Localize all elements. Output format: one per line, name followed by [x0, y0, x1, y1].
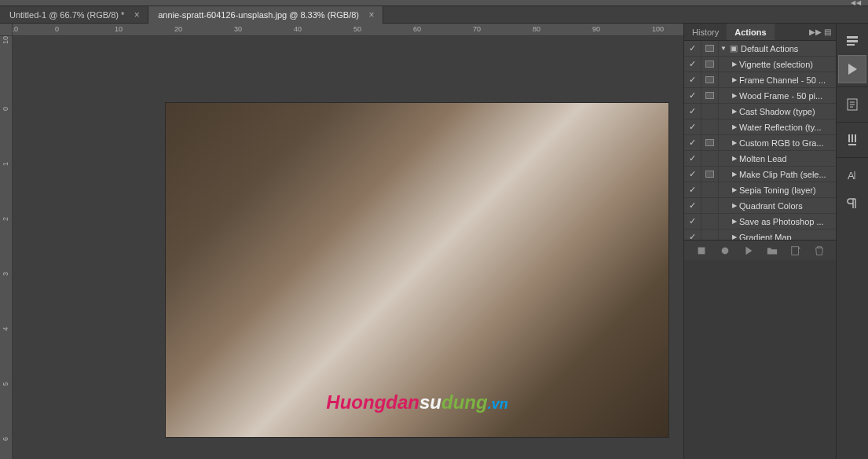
action-label: Gradient Map [739, 233, 833, 241]
panel-tab-bar: History Actions ▶▶ ▤ [684, 24, 836, 41]
toggle-check[interactable]: ✓ [684, 182, 701, 197]
toggle-check[interactable]: ✓ [684, 88, 701, 103]
twisty-down-icon[interactable]: ▼ [719, 45, 728, 52]
toggle-dialog[interactable] [701, 151, 719, 166]
toggle-check[interactable]: ✓ [684, 57, 701, 72]
collapse-grip-icon[interactable]: ◀◀ [851, 0, 862, 6]
toggle-check[interactable]: ✓ [684, 151, 701, 166]
brushes-icon[interactable] [838, 126, 866, 154]
ruler-tick: 10 [2, 36, 9, 44]
toggle-check[interactable]: ✓ [684, 72, 701, 87]
toggle-dialog[interactable] [701, 119, 719, 134]
action-body: ▶Vignette (selection) [719, 60, 836, 69]
action-row[interactable]: ✓▶Gradient Map [684, 230, 836, 240]
document-tab[interactable]: Untitled-1 @ 66.7% (RGB/8) * × [0, 6, 148, 24]
stop-button[interactable] [695, 244, 708, 257]
action-row[interactable]: ✓▶Quadrant Colors [684, 198, 836, 214]
tab-dirty: * [121, 10, 124, 20]
document-tab[interactable]: annie-spratt-604126-unsplash.jpg @ 8.33%… [148, 6, 383, 24]
toggle-dialog[interactable] [701, 57, 719, 72]
toggle-check[interactable]: ✓ [684, 119, 701, 134]
twisty-right-icon[interactable]: ▶ [730, 202, 739, 209]
trash-button[interactable] [813, 244, 826, 257]
play-action-icon[interactable] [838, 55, 866, 83]
twisty-right-icon[interactable]: ▶ [730, 76, 739, 83]
action-row[interactable]: ✓▶Vignette (selection) [684, 57, 836, 72]
action-row[interactable]: ✓▶Cast Shadow (type) [684, 104, 836, 119]
watermark-part: su [419, 391, 441, 413]
watermark: Huongdansudung.vn [326, 391, 507, 413]
toggle-dialog[interactable] [701, 41, 719, 56]
panel-menu-icon[interactable]: ▶▶ ▤ [804, 24, 836, 40]
twisty-right-icon[interactable]: ▶ [730, 218, 739, 225]
twisty-right-icon[interactable]: ▶ [730, 92, 739, 99]
toggle-dialog[interactable] [701, 104, 719, 119]
dialog-icon [705, 76, 714, 83]
action-label: Frame Channel - 50 ... [739, 75, 833, 85]
toggle-dialog[interactable] [701, 182, 719, 197]
toggle-dialog[interactable] [701, 72, 719, 87]
twisty-right-icon[interactable]: ▶ [730, 123, 739, 130]
canvas[interactable]: Huongdansudung.vn [13, 36, 683, 459]
action-row[interactable]: ✓▶Save as Photoshop ... [684, 214, 836, 230]
action-label: Cast Shadow (type) [739, 107, 833, 116]
toggle-dialog[interactable] [701, 230, 719, 240]
action-body: ▶Quadrant Colors [719, 201, 836, 211]
ruler-tick: 6 [2, 437, 9, 441]
canvas-area: -10 0 10 20 30 40 50 60 70 80 90 100 10 … [0, 24, 683, 459]
ruler-tick: 4 [2, 327, 9, 331]
actions-list[interactable]: ✓ ▼ ▣ Default Actions ✓▶Vignette (select… [684, 41, 836, 240]
properties-icon[interactable] [838, 27, 866, 55]
dialog-icon [705, 61, 714, 68]
document-image[interactable]: Huongdansudung.vn [166, 103, 668, 437]
toggle-dialog[interactable] [701, 135, 719, 150]
action-row[interactable]: ✓▶Frame Channel - 50 ... [684, 72, 836, 88]
toggle-dialog[interactable] [701, 198, 719, 213]
toggle-check[interactable]: ✓ [684, 104, 701, 119]
toggle-check[interactable]: ✓ [684, 135, 701, 150]
action-body: ▶Make Clip Path (sele... [719, 170, 836, 179]
action-row[interactable]: ✓▶Water Reflection (ty... [684, 119, 836, 135]
action-row[interactable]: ✓▶Molten Lead [684, 151, 836, 167]
twisty-right-icon[interactable]: ▶ [730, 155, 739, 162]
character-icon[interactable]: A [838, 161, 866, 189]
action-row[interactable]: ✓▶Sepia Toning (layer) [684, 182, 836, 198]
toggle-dialog[interactable] [701, 167, 719, 182]
tab-title: annie-spratt-604126-unsplash.jpg @ 8.33%… [158, 10, 359, 20]
twisty-right-icon[interactable]: ▶ [730, 171, 739, 178]
new-action-button[interactable] [789, 244, 802, 257]
close-icon[interactable]: × [367, 10, 376, 20]
action-row[interactable]: ✓▶Custom RGB to Gra... [684, 135, 836, 151]
toggle-dialog[interactable] [701, 88, 719, 103]
twisty-right-icon[interactable]: ▶ [730, 108, 739, 115]
action-set-row[interactable]: ✓ ▼ ▣ Default Actions [684, 41, 836, 57]
toggle-check[interactable]: ✓ [684, 214, 701, 229]
tab-history[interactable]: History [684, 24, 727, 40]
svg-rect-0 [698, 247, 705, 254]
ruler-origin[interactable] [0, 24, 13, 36]
new-set-button[interactable] [766, 244, 778, 257]
twisty-right-icon[interactable]: ▶ [730, 61, 739, 68]
check-icon: ✓ [689, 43, 696, 53]
record-button[interactable] [719, 244, 731, 257]
close-icon[interactable]: × [132, 10, 141, 20]
play-button[interactable] [742, 244, 755, 257]
toggle-check[interactable]: ✓ [684, 230, 701, 240]
toggle-check[interactable]: ✓ [684, 41, 701, 56]
ruler-horizontal[interactable]: -10 0 10 20 30 40 50 60 70 80 90 100 [13, 24, 683, 36]
twisty-right-icon[interactable]: ▶ [730, 233, 739, 240]
action-row[interactable]: ✓▶Wood Frame - 50 pi... [684, 88, 836, 104]
toggle-dialog[interactable] [701, 214, 719, 229]
twisty-right-icon[interactable]: ▶ [730, 139, 739, 146]
svg-text:A: A [848, 170, 855, 182]
ruler-tick: 80 [533, 25, 540, 33]
ruler-vertical[interactable]: 10 0 1 2 3 4 5 6 [0, 36, 13, 459]
twisty-right-icon[interactable]: ▶ [730, 186, 739, 193]
ruler-tick: 2 [2, 217, 9, 221]
paragraph-icon[interactable] [838, 189, 866, 218]
toggle-check[interactable]: ✓ [684, 167, 701, 182]
notes-icon[interactable] [838, 90, 866, 119]
action-row[interactable]: ✓▶Make Clip Path (sele... [684, 167, 836, 182]
toggle-check[interactable]: ✓ [684, 198, 701, 213]
tab-actions[interactable]: Actions [727, 24, 774, 40]
